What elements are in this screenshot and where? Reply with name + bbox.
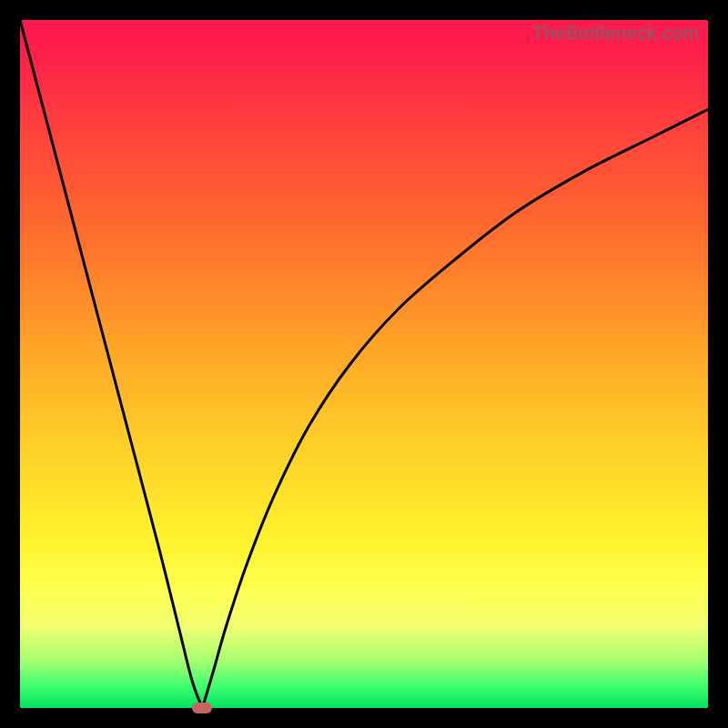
curve-left-branch bbox=[20, 20, 202, 708]
chart-frame: TheBottleneck.com bbox=[0, 0, 728, 728]
curve-right-branch bbox=[202, 109, 708, 708]
bottleneck-curve bbox=[20, 20, 708, 708]
optimal-marker bbox=[192, 703, 212, 713]
plot-area: TheBottleneck.com bbox=[20, 20, 708, 708]
